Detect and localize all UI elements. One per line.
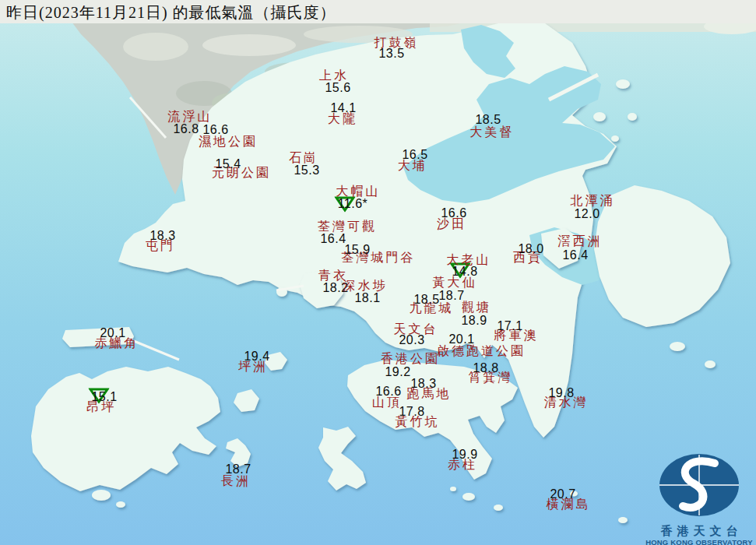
station-name: 啟德跑道公園 (437, 345, 526, 357)
station-value: 19.4 (244, 350, 269, 363)
station-value: 20.3 (399, 334, 424, 346)
station-name: 石崗 (289, 152, 318, 164)
station-name: 長洲 (221, 475, 251, 487)
station-value: 16.5 (402, 149, 427, 161)
station-value: 15.6 (325, 82, 350, 94)
station-name: 觀塘 (462, 301, 491, 314)
station-name: 北潭涌 (571, 195, 615, 207)
station-value: 18.5 (475, 114, 501, 126)
station-name: 香港公園 (381, 353, 440, 365)
station-value: 19.2 (385, 366, 410, 378)
station-value: 19.9 (452, 448, 477, 461)
station-name: 流浮山 (168, 111, 213, 123)
page-title: 昨日(2023年11月21日) 的最低氣溫（攝氏度） (6, 2, 336, 23)
station-name: 山頂 (372, 396, 402, 409)
station-name: 沙田 (437, 218, 466, 230)
station-value: 18.9 (461, 315, 487, 327)
station-name: 大帽山 (336, 185, 381, 198)
station-value: 16.4 (320, 233, 346, 245)
hong-kong-map (0, 0, 756, 545)
station-name: 滘西洲 (558, 235, 603, 248)
station-value: 18.7 (225, 463, 251, 476)
station-name: 濕地公園 (199, 135, 258, 148)
station-value: 18.1 (354, 292, 380, 304)
station-value: 18.7 (438, 290, 464, 302)
station-value: 18.0 (518, 243, 543, 255)
station-name: 大隴 (328, 113, 357, 125)
station-value: 20.1 (448, 333, 474, 346)
station-value: 13.5 (378, 47, 404, 60)
station-value: 18.5 (413, 294, 439, 306)
hko-logo-english: HONG KONG OBSERVATORY (645, 538, 753, 545)
station-value: 12.0 (574, 208, 600, 220)
station-value: 15.4 (215, 158, 241, 171)
hko-logo-chinese: 香港天文台 (650, 525, 753, 538)
station-name: 大美督 (470, 126, 515, 139)
station-name: 大埔 (398, 160, 427, 172)
station-value: 16.6 (375, 385, 401, 398)
min-temperature-map-screen: 昨日(2023年11月21日) 的最低氣溫（攝氏度） 打鼓嶺13.5上水15.6… (0, 0, 756, 545)
station-value: 16.6 (202, 124, 228, 136)
station-value: 17.8 (399, 406, 424, 418)
station-value: 18.8 (473, 362, 498, 374)
station-name: 上水 (319, 69, 349, 82)
station-value: 14.1 (330, 102, 356, 114)
station-name: 黃大仙 (433, 276, 477, 289)
station-value: 20.1 (100, 327, 125, 339)
station-value: 18.3 (410, 378, 436, 390)
station-value: 18.3 (149, 230, 175, 242)
station-value: 19.8 (548, 387, 574, 399)
station-value: 15.9 (344, 244, 370, 256)
hko-logo: 香港天文台 HONG KONG OBSERVATORY (645, 444, 753, 545)
station-name: 荃灣可觀 (318, 220, 377, 233)
station-value: 15.1 (91, 391, 117, 403)
station-value: 16.8 (173, 123, 199, 135)
station-name: 深水埗 (343, 280, 388, 292)
station-value: 16.6 (441, 207, 466, 220)
station-value: 11.6* (338, 198, 368, 210)
station-value: 15.3 (294, 164, 319, 177)
hko-logo-icon (645, 444, 753, 522)
station-value: 20.7 (550, 488, 575, 501)
station-value: 16.4 (562, 249, 588, 262)
station-value: 17.1 (497, 320, 522, 332)
